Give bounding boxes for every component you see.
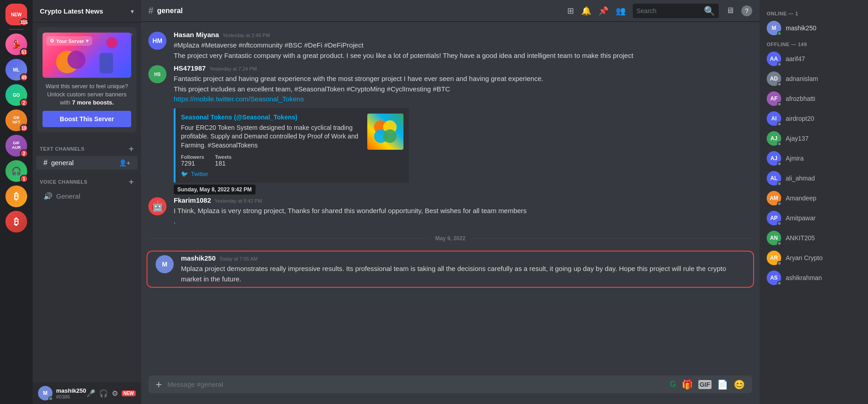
server-icon-7[interactable]: 🎧 1 [5, 160, 27, 182]
member-status-dot [777, 122, 782, 126]
member-name: adnanislam [786, 75, 818, 82]
member-avatar: AS [767, 271, 781, 285]
add-voice-channel-icon[interactable]: + [129, 177, 134, 187]
member-status-dot [777, 201, 782, 206]
server-icon-badge: 315 [20, 18, 28, 26]
add-member-icon[interactable]: 👤+ [119, 159, 130, 166]
server-name: Crypto Latest News [40, 7, 103, 15]
member-avatar: AP [767, 211, 781, 225]
main-content: # general ⊞ 🔔 📌 👥 🔍 🖥 ? HM Hasan Miyana … [141, 0, 759, 404]
server-icon-label: ₿ [14, 191, 19, 202]
member-item[interactable]: AA aarif47 [763, 49, 864, 69]
member-avatar: AA [767, 52, 781, 66]
member-status-dot [777, 181, 782, 186]
member-item[interactable]: AJ Ajay137 [763, 128, 864, 148]
embed-content: Seasonal Tokens (@Seasonal_Tokens) Four … [181, 114, 362, 178]
hash-icon: # [43, 159, 47, 167]
member-item[interactable]: AR Aryan Crypto [763, 248, 864, 268]
message-avatar: HS [148, 65, 166, 83]
member-name: Amitpawar [786, 214, 816, 222]
voice-channels-section[interactable]: VOICE CHANNELS + [33, 170, 141, 189]
message-timestamp: Yesterday at 2:46 PM [223, 33, 270, 38]
message-text: Fantastic project and having great exper… [174, 74, 752, 105]
embed-stat-value: 7291 [181, 160, 204, 167]
seasonal-tokens-logo [372, 118, 399, 145]
server-icon-badge: 2 [20, 149, 28, 157]
member-item[interactable]: AD adnanislam [763, 69, 864, 89]
members-sidebar: ONLINE — 1 M mashik250 OFFLINE — 149 AA … [759, 0, 868, 404]
member-item[interactable]: AI airdropt20 [763, 109, 864, 128]
mute-icon[interactable]: 🎤 [86, 389, 95, 398]
member-item[interactable]: AP Amitpawar [763, 208, 864, 228]
member-item[interactable]: AF afrozbhatti [763, 89, 864, 109]
message-group: 🤖 Fkarim1082 Yesterday at 9:42 PM I Thin… [141, 195, 759, 228]
embed-date-tooltip: Sunday, May 8, 2022 9:42 PM [174, 185, 752, 193]
text-channels-section[interactable]: TEXT CHANNELS + [33, 137, 141, 156]
server-icon-9[interactable]: ₿ [5, 211, 27, 233]
embed-footer: 🐦 Twitter [181, 171, 362, 177]
message-input[interactable] [167, 375, 664, 393]
member-item[interactable]: AL ali_ahmad [763, 168, 864, 188]
member-item[interactable]: AN ANKIT205 [763, 228, 864, 248]
add-attachment-icon[interactable]: + [156, 378, 162, 391]
twitter-embed: Seasonal Tokens (@Seasonal_Tokens) Four … [174, 108, 409, 183]
server-icon-label: NEW [11, 12, 21, 17]
threads-icon[interactable]: ⊞ [567, 6, 574, 16]
boost-button[interactable]: Boost This Server [43, 111, 131, 127]
member-item[interactable]: AM Amandeep [763, 188, 864, 208]
server-icon-badge: 2 [20, 99, 28, 107]
offline-section-title: OFFLINE — 149 [763, 38, 864, 49]
server-icon-5[interactable]: GBNFT 10 [5, 109, 27, 131]
server-icon-3[interactable]: ML 49 [5, 59, 27, 81]
server-icon-8[interactable]: ₿ [5, 185, 27, 207]
member-avatar: AM [767, 191, 781, 205]
server-icon-new[interactable]: NEW 315 [5, 4, 27, 25]
message-link[interactable]: https://mobile.twitter.com/Seasonal_Toke… [174, 95, 304, 103]
deafen-icon[interactable]: 🎧 [99, 389, 108, 398]
boost-card-image: ⚙ Your Server ▾ [43, 33, 131, 78]
channel-item-voice-general[interactable]: 🔊 General [36, 189, 138, 203]
sticker-icon[interactable]: 📄 [717, 379, 728, 390]
settings-icon[interactable]: ⚙ [112, 389, 118, 398]
search-input[interactable] [636, 7, 701, 14]
channel-name: general [51, 159, 74, 166]
server-dropdown-icon[interactable]: ▾ [131, 8, 134, 15]
bell-icon[interactable]: 🔔 [581, 6, 591, 16]
member-name: aarif47 [786, 55, 805, 62]
add-channel-icon[interactable]: + [129, 144, 134, 154]
member-name: Ajmira [786, 155, 804, 162]
pin-icon[interactable]: 📌 [598, 6, 608, 16]
message-author: Hasan Miyana [174, 31, 219, 38]
members-icon[interactable]: 👥 [616, 6, 626, 16]
server-header[interactable]: Crypto Latest News ▾ [33, 0, 141, 23]
server-icon-6[interactable]: GIFAUR 2 [5, 135, 27, 157]
user-avatar: M [38, 386, 52, 400]
online-section-title: ONLINE — 1 [763, 7, 864, 18]
message-group: HM Hasan Miyana Yesterday at 2:46 PM #Mp… [141, 29, 759, 62]
emoji-icon[interactable]: 😊 [734, 379, 745, 390]
member-name: ANKIT205 [786, 234, 815, 242]
server-icon-label: 💃 [11, 39, 21, 49]
member-item[interactable]: M mashik250 [763, 18, 864, 38]
inbox-icon[interactable]: 🖥 [726, 6, 734, 15]
user-tag: #0386 [56, 394, 83, 399]
server-icon-badge: 1 [20, 175, 28, 183]
server-icon-badge: 51 [20, 48, 28, 56]
server-icon-2[interactable]: 💃 51 [5, 33, 27, 55]
server-icon-badge: 10 [20, 124, 28, 132]
gift-icon[interactable]: 🎁 [682, 379, 693, 390]
member-item[interactable]: AS ashikrahman [763, 268, 864, 288]
message-content: Fkarim1082 Yesterday at 9:42 PM I Think,… [174, 196, 752, 226]
help-icon[interactable]: ? [741, 5, 752, 16]
member-avatar: AF [767, 91, 781, 106]
gif-icon[interactable]: GIF [698, 380, 711, 389]
message-avatar: M [156, 255, 174, 273]
channel-item-general[interactable]: # general 👤+ [36, 156, 138, 170]
server-icon-4[interactable]: GO 2 [5, 84, 27, 106]
member-item[interactable]: AJ Ajmira [763, 148, 864, 168]
server-icon-label: GO [13, 93, 20, 98]
member-name: Ajay137 [786, 135, 809, 142]
member-avatar: AJ [767, 151, 781, 166]
message-header: mashik250 Today at 7:05 AM [181, 254, 745, 262]
member-status-dot [777, 241, 782, 246]
